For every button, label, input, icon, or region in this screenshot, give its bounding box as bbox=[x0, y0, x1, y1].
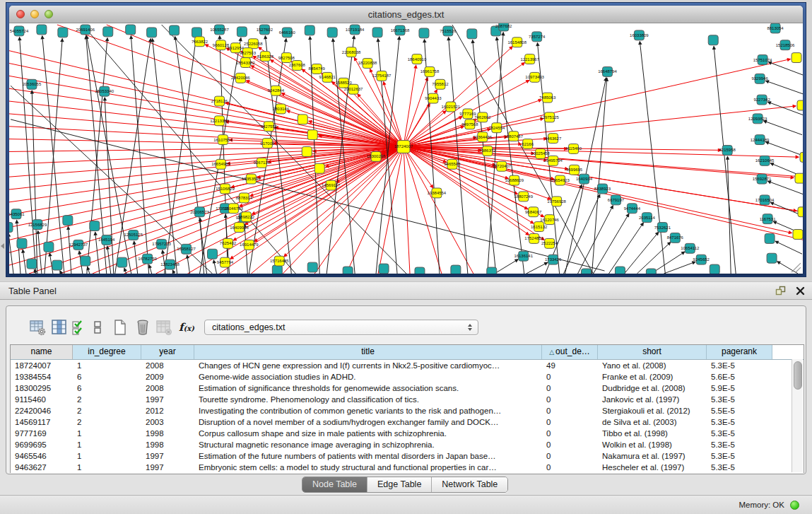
cell-title[interactable]: Corpus callosum shape and size in male p… bbox=[194, 428, 542, 439]
render-column-button[interactable] bbox=[50, 317, 69, 337]
function-builder-button[interactable]: f(x) bbox=[177, 317, 196, 337]
cell-name[interactable]: 9115460 bbox=[11, 394, 73, 405]
cell-name[interactable]: 22420046 bbox=[11, 405, 73, 416]
graph-node[interactable] bbox=[272, 265, 282, 274]
table-row[interactable]: 977716911998Corpus callosum shape and si… bbox=[11, 428, 804, 439]
column-header-name[interactable]: name bbox=[11, 345, 73, 359]
table-row[interactable]: 2242004622012Investigating the contribut… bbox=[11, 405, 804, 416]
cell-short[interactable]: de Silva et al. (2003) bbox=[598, 416, 707, 428]
cell-pagerank[interactable]: 5.3E-5 bbox=[707, 439, 772, 450]
tab-network-table[interactable]: Network Table bbox=[432, 477, 507, 492]
cell-out_de[interactable]: 0 bbox=[542, 439, 598, 450]
cell-out_de[interactable]: 0 bbox=[542, 416, 598, 428]
float-panel-icon[interactable] bbox=[772, 284, 788, 297]
cell-short[interactable]: Tibbo et al. (1998) bbox=[598, 428, 707, 439]
cell-year[interactable]: 2008 bbox=[141, 382, 194, 394]
cell-short[interactable]: Nakamura et al. (1997) bbox=[598, 450, 707, 462]
column-header-short[interactable]: short bbox=[598, 345, 707, 359]
cell-pagerank[interactable]: 5.3E-5 bbox=[707, 394, 772, 405]
cell-short[interactable]: Hescheler et al. (1997) bbox=[598, 462, 707, 473]
graph-node[interactable] bbox=[17, 238, 27, 248]
destroy-table-button[interactable] bbox=[134, 317, 152, 337]
cell-title[interactable]: Changes of HCN gene expression and I(f) … bbox=[194, 360, 542, 371]
graph-node[interactable] bbox=[314, 163, 324, 173]
graph-node[interactable] bbox=[44, 242, 54, 252]
graph-node[interactable] bbox=[237, 27, 247, 37]
column-header-pagerank[interactable]: pagerank bbox=[707, 345, 772, 359]
network-canvas[interactable]: 5405572420691406106552871527602646616010… bbox=[9, 23, 803, 274]
cell-title[interactable]: Embryonic stem cells: a model to study s… bbox=[194, 462, 542, 473]
cell-pagerank[interactable]: 5.3E-5 bbox=[707, 428, 772, 439]
cell-title[interactable]: Tourette syndrome. Phenomenology and cla… bbox=[194, 394, 542, 405]
cell-pagerank[interactable]: 5.3E-5 bbox=[707, 416, 772, 428]
cell-pagerank[interactable]: 5.6E-5 bbox=[707, 371, 772, 382]
graph-node[interactable] bbox=[58, 28, 68, 37]
cell-title[interactable]: Investigating the contribution of common… bbox=[194, 405, 542, 416]
graph-node[interactable] bbox=[800, 152, 803, 162]
table-row[interactable]: 911546021997Tourette syndrome. Phenomeno… bbox=[11, 394, 804, 405]
cell-short[interactable]: Wolkin et al. (1998) bbox=[598, 439, 707, 450]
column-header-out_de[interactable]: △out_de… bbox=[542, 345, 598, 359]
create-table-button[interactable] bbox=[111, 317, 129, 337]
graph-node[interactable] bbox=[487, 267, 497, 274]
cell-pagerank[interactable]: 5.3E-5 bbox=[707, 462, 772, 473]
memory-ok-indicator-icon[interactable] bbox=[790, 501, 799, 510]
graph-node[interactable] bbox=[63, 216, 73, 226]
cell-in_degree[interactable]: 1 bbox=[73, 439, 141, 450]
graph-node[interactable] bbox=[379, 264, 389, 274]
graph-node[interactable] bbox=[37, 25, 47, 35]
graph-node[interactable] bbox=[117, 257, 127, 267]
graph-node[interactable] bbox=[646, 269, 656, 274]
graph-node[interactable] bbox=[307, 130, 317, 140]
cell-year[interactable]: 2009 bbox=[141, 371, 194, 382]
cell-in_degree[interactable]: 1 bbox=[73, 450, 141, 462]
cell-pagerank[interactable]: 5.9E-5 bbox=[707, 382, 772, 394]
toggle-rows-button[interactable] bbox=[88, 317, 107, 337]
tab-edge-table[interactable]: Edge Table bbox=[367, 477, 432, 492]
cell-pagerank[interactable]: 5.3E-5 bbox=[707, 450, 772, 462]
column-header-title[interactable]: title bbox=[194, 345, 542, 359]
table-row[interactable]: 1938455462009Genome-wide association stu… bbox=[11, 371, 804, 382]
cell-in_degree[interactable]: 6 bbox=[73, 382, 141, 394]
cell-short[interactable]: Jankovic et al. (1997) bbox=[598, 394, 707, 405]
graph-node[interactable] bbox=[307, 262, 317, 272]
table-row[interactable]: 1830029562008Estimation of significance … bbox=[11, 382, 804, 394]
cell-out_de[interactable]: 0 bbox=[542, 371, 598, 382]
table-row[interactable]: 946554611997Estimation of the future num… bbox=[11, 450, 804, 462]
graph-node[interactable] bbox=[27, 259, 37, 269]
column-header-year[interactable]: year bbox=[141, 345, 194, 359]
cell-out_de[interactable]: 0 bbox=[542, 394, 598, 405]
cell-short[interactable]: Yano et al. (2008) bbox=[598, 360, 707, 371]
graph-node[interactable] bbox=[126, 25, 136, 35]
splitter-collapse-icon[interactable] bbox=[1, 243, 4, 249]
cell-out_de[interactable]: 0 bbox=[542, 405, 598, 416]
cell-year[interactable]: 1997 bbox=[141, 394, 194, 405]
cell-out_de[interactable]: 0 bbox=[542, 462, 598, 473]
cell-out_de[interactable]: 49 bbox=[542, 360, 598, 371]
graph-node[interactable] bbox=[192, 28, 202, 37]
graph-node[interactable] bbox=[793, 230, 803, 240]
zoom-window-icon[interactable] bbox=[45, 10, 53, 18]
cell-in_degree[interactable]: 1 bbox=[73, 462, 141, 473]
table-row[interactable]: 1456911722003Disruption of a novel membe… bbox=[11, 416, 804, 428]
cell-in_degree[interactable]: 1 bbox=[73, 360, 141, 371]
graph-node[interactable] bbox=[708, 35, 718, 45]
minimize-window-icon[interactable] bbox=[30, 10, 39, 18]
cell-out_de[interactable]: 0 bbox=[542, 428, 598, 439]
cell-in_degree[interactable]: 6 bbox=[73, 371, 141, 382]
graph-node[interactable] bbox=[305, 25, 314, 35]
cell-title[interactable]: Estimation of the future numbers of pati… bbox=[194, 450, 542, 462]
cell-name[interactable]: 14569117 bbox=[11, 416, 73, 428]
graph-node[interactable] bbox=[302, 147, 312, 157]
graph-node[interactable] bbox=[451, 265, 461, 274]
cell-year[interactable]: 1998 bbox=[141, 439, 194, 450]
vertical-scrollbar[interactable] bbox=[792, 359, 803, 472]
cell-out_de[interactable]: 0 bbox=[542, 382, 598, 394]
cell-year[interactable]: 2012 bbox=[141, 405, 194, 416]
scrollbar-thumb[interactable] bbox=[794, 361, 802, 390]
cell-name[interactable]: 18300295 bbox=[11, 382, 73, 394]
cell-pagerank[interactable]: 5.3E-5 bbox=[707, 360, 772, 371]
graph-node[interactable] bbox=[710, 264, 719, 274]
cell-title[interactable]: Disruption of a novel member of a sodium… bbox=[194, 416, 542, 428]
cell-year[interactable]: 2003 bbox=[141, 416, 194, 428]
